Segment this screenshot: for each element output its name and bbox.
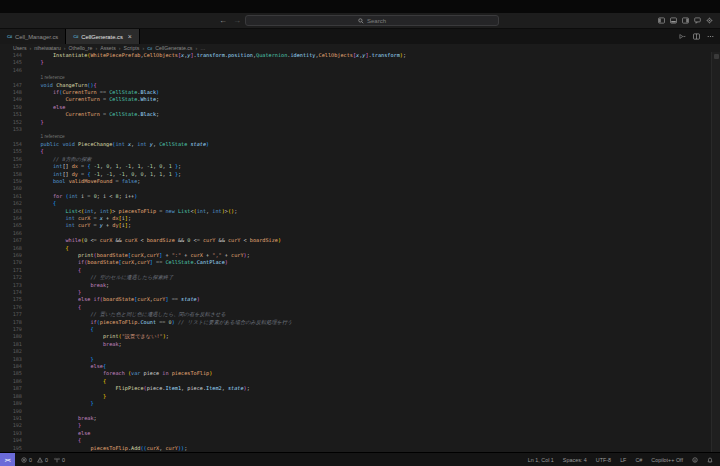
bell-icon[interactable] bbox=[707, 457, 713, 463]
language-mode[interactable]: C# bbox=[635, 457, 642, 463]
code-line[interactable]: 152 } bbox=[0, 119, 711, 126]
breadcrumb-item[interactable]: Users bbox=[13, 45, 27, 51]
line-number[interactable]: 171 bbox=[0, 267, 22, 274]
code-line[interactable]: 157 int[] dx = { -1, 0, 1, -1, 1, -1, 0,… bbox=[0, 163, 711, 170]
line-number[interactable]: 158 bbox=[0, 171, 22, 178]
breadcrumb-item[interactable]: Othello_re bbox=[69, 45, 93, 51]
ports-indicator[interactable]: 0 bbox=[54, 457, 65, 463]
code-line[interactable]: 195 piecesToFlip.Add((curX, curY)); bbox=[0, 445, 711, 452]
line-number[interactable]: 176 bbox=[0, 304, 22, 311]
problems-indicator[interactable]: 0 0 bbox=[21, 457, 48, 463]
line-number[interactable]: 160 bbox=[0, 185, 22, 192]
line-number[interactable]: 190 bbox=[0, 408, 22, 415]
line-number[interactable]: 148 bbox=[0, 89, 22, 96]
code-line[interactable]: 171 { bbox=[0, 267, 711, 274]
line-number[interactable]: 193 bbox=[0, 430, 22, 437]
gear-icon[interactable] bbox=[706, 17, 713, 24]
line-number[interactable]: 163 bbox=[0, 208, 22, 215]
line-number[interactable]: 144 bbox=[0, 52, 22, 59]
breadcrumb-symbol-ellipsis[interactable]: … bbox=[200, 45, 205, 51]
line-number[interactable]: 166 bbox=[0, 230, 22, 237]
code-editor[interactable]: 144 Instantiate(WhitePiecePrefab,CellObj… bbox=[0, 52, 720, 452]
code-line[interactable]: 145 } bbox=[0, 59, 711, 66]
line-number[interactable]: 178 bbox=[0, 319, 22, 326]
code-line[interactable]: 144 Instantiate(WhitePiecePrefab,CellObj… bbox=[0, 52, 711, 59]
layout-sidebar-left-icon[interactable] bbox=[658, 17, 665, 24]
line-number[interactable]: 162 bbox=[0, 200, 22, 207]
line-number[interactable]: 188 bbox=[0, 393, 22, 400]
code-line[interactable]: 146 bbox=[0, 67, 711, 74]
codelens-reference[interactable]: 1 reference bbox=[41, 133, 65, 140]
line-number[interactable]: 152 bbox=[0, 119, 22, 126]
codelens-row[interactable]: 1 reference bbox=[0, 133, 711, 140]
breadcrumb-item[interactable]: niheiwataru bbox=[34, 45, 61, 51]
code-line[interactable]: 180 print("設置できない!"); bbox=[0, 333, 711, 340]
code-line[interactable]: 160 bbox=[0, 185, 711, 192]
line-number[interactable]: 173 bbox=[0, 282, 22, 289]
line-number[interactable]: 195 bbox=[0, 445, 22, 452]
code-line[interactable]: 192 } bbox=[0, 422, 711, 429]
code-line[interactable]: 159 bool validMoveFound = false; bbox=[0, 178, 711, 185]
search-input[interactable]: Search bbox=[245, 15, 499, 26]
code-line[interactable]: 165 int curY = y + dy[i]; bbox=[0, 222, 711, 229]
line-number[interactable]: 169 bbox=[0, 252, 22, 259]
copilot-status[interactable]: Copilot++ Off bbox=[651, 457, 683, 463]
tab-cell-manager[interactable]: C# Cell_Manager.cs bbox=[0, 29, 66, 44]
code-line[interactable]: 158 int[] dy = { -1, -1, -1, 0, 0, 1, 1,… bbox=[0, 171, 711, 178]
more-actions-icon[interactable] bbox=[707, 33, 714, 40]
code-line[interactable]: 163 List<(int, int)> piecesToFlip = new … bbox=[0, 208, 711, 215]
code-line[interactable]: 164 int curX = x + dx[i]; bbox=[0, 215, 711, 222]
code-line[interactable]: 148 if(CurrentTurn == CellState.Black) bbox=[0, 89, 711, 96]
encoding-setting[interactable]: UTF-8 bbox=[596, 457, 611, 463]
line-number[interactable]: 167 bbox=[0, 237, 22, 244]
code-line[interactable]: 167 while(0 <= curX && curX < boardSize … bbox=[0, 237, 711, 244]
code-line[interactable]: 150 else bbox=[0, 104, 711, 111]
tab-cellgenerate[interactable]: C# CellGenerate.cs × bbox=[66, 29, 140, 44]
line-number[interactable]: 161 bbox=[0, 193, 22, 200]
code-line[interactable]: 185 foreach (var piece in piecesToFlip) bbox=[0, 370, 711, 377]
code-line[interactable]: 162 { bbox=[0, 200, 711, 207]
code-line[interactable]: 178 if(piecesToFlip.Count == 0) // リストに要… bbox=[0, 319, 711, 326]
minimap[interactable] bbox=[711, 52, 720, 452]
line-number[interactable]: 191 bbox=[0, 415, 22, 422]
cursor-position[interactable]: Ln 1, Col 1 bbox=[528, 457, 554, 463]
code-line[interactable]: 161 for (int i = 0; i < 8; i++) bbox=[0, 193, 711, 200]
code-line[interactable]: 173 break; bbox=[0, 282, 711, 289]
code-line[interactable]: 191 break; bbox=[0, 415, 711, 422]
close-icon[interactable]: × bbox=[128, 33, 132, 40]
line-number[interactable]: 164 bbox=[0, 215, 22, 222]
code-line[interactable]: 154 public void PieceChange(int x, int y… bbox=[0, 141, 711, 148]
layout-sidebar-right-icon[interactable] bbox=[682, 17, 689, 24]
chat-icon[interactable] bbox=[694, 17, 701, 24]
line-number[interactable]: 180 bbox=[0, 333, 22, 340]
line-number[interactable]: 183 bbox=[0, 356, 22, 363]
line-number[interactable]: 155 bbox=[0, 148, 22, 155]
line-number[interactable]: 168 bbox=[0, 245, 22, 252]
line-number[interactable]: 192 bbox=[0, 422, 22, 429]
breadcrumb-item[interactable]: Assets bbox=[100, 45, 116, 51]
line-number[interactable]: 185 bbox=[0, 370, 22, 377]
line-number[interactable]: 172 bbox=[0, 274, 22, 281]
line-number[interactable]: 154 bbox=[0, 141, 22, 148]
code-line[interactable]: 170 if(boardState[curX,curY] == CellStat… bbox=[0, 259, 711, 266]
code-line[interactable]: 189 } bbox=[0, 400, 711, 407]
line-number[interactable]: 186 bbox=[0, 378, 22, 385]
line-number[interactable]: 146 bbox=[0, 67, 22, 74]
line-number[interactable]: 170 bbox=[0, 259, 22, 266]
line-number[interactable]: 184 bbox=[0, 363, 22, 370]
code-line[interactable]: 182 bbox=[0, 348, 711, 355]
run-button[interactable] bbox=[679, 33, 686, 40]
code-line[interactable]: 174 } bbox=[0, 289, 711, 296]
code-line[interactable]: 181 break; bbox=[0, 341, 711, 348]
line-number[interactable]: 147 bbox=[0, 82, 22, 89]
line-number[interactable]: 189 bbox=[0, 400, 22, 407]
line-number[interactable]: 177 bbox=[0, 311, 22, 318]
code-line[interactable]: 176 { bbox=[0, 304, 711, 311]
code-line[interactable]: 149 CurrentTurn = CellState.White; bbox=[0, 96, 711, 103]
line-number[interactable]: 174 bbox=[0, 289, 22, 296]
line-number[interactable]: 187 bbox=[0, 385, 22, 392]
breadcrumb-item[interactable]: Scripts bbox=[124, 45, 140, 51]
line-number[interactable]: 194 bbox=[0, 437, 22, 444]
line-number[interactable]: 182 bbox=[0, 348, 22, 355]
code-line[interactable]: 168 { bbox=[0, 245, 711, 252]
